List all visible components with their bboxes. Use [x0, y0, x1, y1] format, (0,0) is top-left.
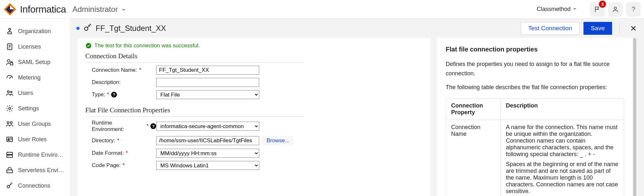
- sidebar-item-label: Licenses: [18, 43, 41, 50]
- table-row: Connection Name A name for the connectio…: [446, 120, 624, 196]
- brand-name: Informatica: [20, 4, 66, 15]
- row-connection-name: Connection Name:*: [85, 66, 422, 75]
- svg-point-21: [8, 171, 8, 172]
- sidebar-item-label: Runtime Environ…: [18, 152, 64, 158]
- sidebar-item-connections[interactable]: Connections: [0, 178, 70, 193]
- svg-point-8: [9, 78, 10, 79]
- server-icon: [6, 151, 14, 159]
- sidebar-item-users[interactable]: Users: [0, 85, 70, 101]
- label-description: Description:: [85, 79, 156, 86]
- cell-property: Connection Name: [446, 120, 501, 196]
- sidebar-item-serverless-env[interactable]: Serverless Enviro…: [0, 163, 70, 178]
- help-icon[interactable]: ?: [111, 92, 117, 98]
- chevron-down-icon: [573, 6, 577, 13]
- label-connection-name: Connection Name:*: [85, 67, 156, 73]
- divider: [85, 116, 304, 117]
- id-card-icon: [6, 135, 14, 143]
- sidebar-item-organization[interactable]: Organization: [0, 23, 70, 39]
- help-title: Flat file connection properties: [446, 46, 624, 53]
- help-icon[interactable]: ?: [150, 123, 156, 129]
- divider: [85, 62, 304, 62]
- document-icon: [6, 43, 14, 51]
- th-property: Connection Property: [446, 98, 501, 120]
- page-title: FF_Tgt_Student_XX: [96, 24, 166, 33]
- org-picker[interactable]: Classmethod: [537, 6, 577, 13]
- svg-point-12: [7, 122, 9, 124]
- row-date-format: Date Format:* MM/dd/yyyy HH:mm:ss: [85, 149, 422, 158]
- unsaved-indicator: [76, 27, 80, 30]
- sidebar-item-user-roles[interactable]: User Roles: [0, 132, 70, 147]
- svg-point-15: [8, 138, 9, 140]
- svg-point-13: [10, 122, 12, 124]
- desc-para: A name for the connection. This name mus…: [506, 124, 619, 158]
- sidebar-item-licenses[interactable]: Licenses: [0, 39, 70, 54]
- svg-point-19: [8, 156, 8, 157]
- users-icon: [6, 89, 14, 97]
- plug-icon: [6, 182, 14, 190]
- user-menu-button[interactable]: [608, 2, 623, 17]
- input-description[interactable]: [156, 78, 259, 87]
- select-type[interactable]: Flat File: [156, 90, 259, 99]
- sidebar-item-metering[interactable]: Metering: [0, 70, 70, 85]
- sidebar-item-user-groups[interactable]: User Groups: [0, 116, 70, 132]
- row-description: Description:: [85, 78, 422, 87]
- form-panel: The test for this connection was success…: [78, 38, 430, 196]
- svg-point-6: [7, 60, 10, 62]
- select-runtime-env[interactable]: informatica-secure-agent-common: [156, 122, 259, 131]
- topbar: Informatica Administrator Classmethod 3 …: [0, 0, 644, 19]
- app-name: Administrator: [72, 5, 118, 14]
- desc-para: Spaces at the beginning or end of the na…: [506, 161, 619, 195]
- notifications-button[interactable]: 3: [590, 2, 605, 17]
- success-text: The test for this connection was success…: [94, 42, 200, 49]
- topbar-right: Classmethod 3 ?: [537, 2, 641, 17]
- help-panel: Flat file connection properties Defines …: [437, 38, 636, 196]
- sidebar-item-label: Organization: [18, 28, 51, 35]
- chevron-down-icon: [121, 5, 126, 14]
- test-connection-button[interactable]: Test Connection: [521, 22, 579, 35]
- informatica-logo: [3, 3, 17, 16]
- sidebar-item-label: Users: [18, 90, 33, 97]
- save-button[interactable]: Save: [583, 22, 612, 35]
- row-directory: Directory:* Browse...: [85, 136, 422, 145]
- org-icon: [6, 27, 14, 35]
- sidebar-item-saml[interactable]: SAML Setup: [0, 54, 70, 70]
- question-icon: ?: [631, 5, 635, 14]
- svg-point-18: [8, 153, 8, 154]
- label-directory: Directory:*: [85, 137, 156, 144]
- input-directory[interactable]: [156, 136, 259, 145]
- app-switcher[interactable]: Administrator: [72, 5, 126, 14]
- sidebar-item-label: Serverless Enviro…: [18, 167, 64, 174]
- group-icon: [6, 120, 14, 128]
- browse-button[interactable]: Browse...: [262, 136, 294, 145]
- workspace: FF_Tgt_Student_XX Test Connection Save T…: [70, 19, 644, 196]
- svg-rect-16: [7, 152, 13, 154]
- success-banner: The test for this connection was success…: [85, 42, 422, 49]
- label-type: Type:* ?: [85, 91, 156, 98]
- svg-point-10: [11, 91, 12, 93]
- topbar-left: Informatica Administrator: [3, 3, 126, 16]
- svg-rect-17: [7, 155, 13, 157]
- sidebar-item-label: Connections: [18, 182, 50, 189]
- select-code-page[interactable]: MS Windows Latin1: [156, 161, 259, 170]
- sidebar-item-label: Settings: [18, 105, 39, 112]
- check-circle-icon: [85, 42, 92, 49]
- help-button[interactable]: ?: [626, 2, 641, 17]
- row-code-page: Code Page:* MS Windows Latin1: [85, 161, 422, 170]
- close-button[interactable]: [629, 23, 638, 33]
- input-connection-name[interactable]: [156, 66, 259, 75]
- sidebar-item-settings[interactable]: Settings: [0, 101, 70, 116]
- svg-rect-20: [7, 170, 13, 173]
- page-bar-right: Test Connection Save: [521, 22, 638, 35]
- sidebar-item-label: Metering: [18, 74, 41, 81]
- cell-description: A name for the connection. This name mus…: [501, 120, 624, 196]
- main-layout: Organization Licenses SAML Setup Meterin…: [0, 19, 644, 196]
- sidebar-item-label: User Groups: [18, 121, 51, 127]
- notification-badge: 3: [599, 1, 606, 8]
- select-date-format[interactable]: MM/dd/yyyy HH:mm:ss: [156, 149, 259, 158]
- svg-point-22: [7, 185, 10, 188]
- close-icon: [630, 25, 637, 32]
- gear-icon: [6, 105, 14, 112]
- th-description: Description: [501, 98, 624, 120]
- label-runtime-env: Runtime Environment:* ?: [85, 120, 156, 133]
- sidebar-item-runtime-env[interactable]: Runtime Environ…: [0, 147, 70, 163]
